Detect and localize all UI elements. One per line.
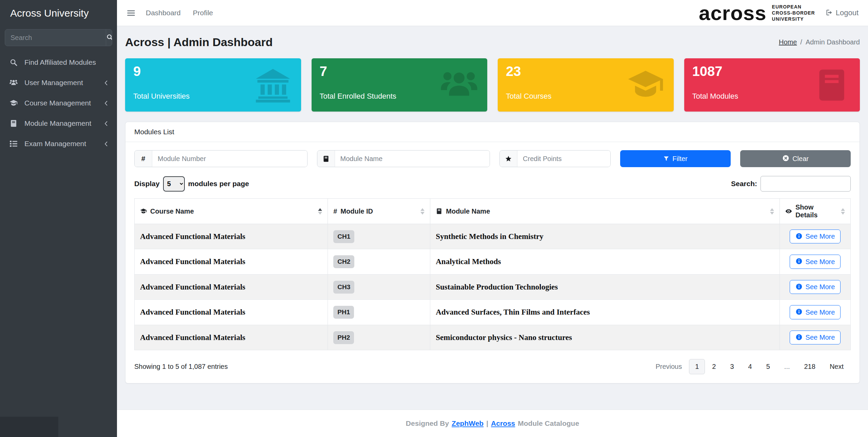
- sidebar-item-label: Course Management: [24, 99, 91, 107]
- nav-link-profile[interactable]: Profile: [193, 9, 213, 17]
- pagination-next[interactable]: Next: [823, 359, 851, 374]
- course-name-cell: Advanced Functional Materials: [135, 325, 328, 350]
- course-name-cell: Advanced Functional Materials: [135, 249, 328, 274]
- star-icon: [500, 151, 517, 167]
- pagination-page-5[interactable]: 5: [759, 359, 777, 374]
- footer-link-zephweb[interactable]: ZephWeb: [452, 419, 484, 428]
- tasks-icon: [8, 140, 19, 148]
- x-circle-icon: [782, 155, 789, 162]
- bank-icon: [254, 66, 292, 104]
- sidebar-nav: Find Affiliated Modules User Management …: [0, 52, 117, 154]
- sidebar-search-input[interactable]: [5, 29, 106, 46]
- graduation-cap-icon: [627, 66, 664, 104]
- module-name-cell: Semiconductor physics - Nano structures: [430, 325, 780, 350]
- top-navbar: Dashboard Profile across EUROPEAN CROSS-…: [117, 0, 868, 26]
- footer-suffix: Module Catalogue: [518, 419, 579, 428]
- pagination-previous[interactable]: Previous: [648, 359, 689, 374]
- module-id-cell: CH1: [328, 224, 430, 249]
- info-circle-icon: [795, 308, 803, 316]
- sidebar-brand-title: Across University: [0, 0, 117, 24]
- breadcrumb-home-link[interactable]: Home: [779, 38, 797, 46]
- info-circle-icon: [795, 258, 803, 265]
- hamburger-menu-icon[interactable]: [126, 8, 136, 18]
- course-name-cell: Advanced Functional Materials: [135, 300, 328, 325]
- credit-points-group: [499, 150, 611, 167]
- module-id-badge: PH1: [333, 306, 354, 319]
- book-icon: [317, 151, 335, 167]
- module-name-cell: Sustainable Production Technologies: [430, 274, 780, 299]
- show-details-cell: See More: [780, 325, 850, 350]
- stat-card-total-modules: 1087 Total Modules: [684, 58, 860, 112]
- search-icon: [8, 58, 19, 66]
- column-header-course-name[interactable]: Course Name: [135, 199, 328, 224]
- sidebar-item-module-management[interactable]: Module Management: [0, 113, 117, 134]
- module-id-cell: PH1: [328, 300, 430, 325]
- logout-button[interactable]: Logout: [825, 8, 859, 17]
- filter-button[interactable]: Filter: [620, 150, 731, 167]
- search-icon: [106, 33, 112, 42]
- per-page-select[interactable]: 5: [163, 176, 185, 192]
- sidebar-footer-block: [0, 417, 58, 437]
- stat-card-total-enrolled-students: 7 Total Enrolled Students: [312, 58, 488, 112]
- logo-wordmark: across: [699, 4, 766, 22]
- modules-list-body: # Filter: [125, 142, 860, 383]
- table-search-input[interactable]: [761, 176, 851, 192]
- module-name-input[interactable]: [335, 151, 490, 167]
- display-suffix: modules per page: [188, 180, 249, 188]
- pagination-page-3[interactable]: 3: [723, 359, 741, 374]
- sidebar-search-button[interactable]: [106, 29, 112, 46]
- table-search: Search:: [731, 176, 851, 192]
- show-details-cell: See More: [780, 224, 850, 249]
- show-details-cell: See More: [780, 274, 850, 299]
- sidebar-item-label: Exam Management: [24, 140, 86, 148]
- sidebar-item-exam-management[interactable]: Exam Management: [0, 134, 117, 154]
- pagination-page-2[interactable]: 2: [705, 359, 723, 374]
- pagination-page-1[interactable]: 1: [689, 359, 705, 374]
- module-id-badge: CH3: [333, 281, 354, 294]
- column-header-module-id[interactable]: # Module ID: [328, 199, 430, 224]
- module-id-badge: CH2: [333, 255, 354, 268]
- main-area: Dashboard Profile across EUROPEAN CROSS-…: [117, 0, 868, 437]
- column-header-module-name[interactable]: Module Name: [430, 199, 780, 224]
- sidebar-item-user-management[interactable]: User Management: [0, 73, 117, 93]
- see-more-button[interactable]: See More: [790, 280, 841, 294]
- eye-icon: [785, 208, 792, 215]
- chevron-left-icon: [103, 100, 110, 106]
- module-number-input[interactable]: [152, 151, 307, 167]
- logout-icon: [825, 8, 833, 17]
- footer-prefix: Designed By: [406, 419, 449, 428]
- see-more-button[interactable]: See More: [790, 305, 841, 319]
- modules-list-card: Modules List #: [125, 122, 860, 383]
- column-header-show-details[interactable]: Show Details: [780, 199, 850, 224]
- module-name-group: [317, 150, 490, 167]
- see-more-button[interactable]: See More: [790, 255, 841, 269]
- sidebar: Across University Find Affiliated Module…: [0, 0, 117, 437]
- nav-link-dashboard[interactable]: Dashboard: [146, 9, 181, 17]
- sidebar-item-find-affiliated-modules[interactable]: Find Affiliated Modules: [0, 52, 117, 73]
- see-more-button[interactable]: See More: [790, 331, 841, 344]
- breadcrumb-current: Admin Dashboard: [806, 38, 860, 46]
- credit-points-input[interactable]: [517, 151, 610, 167]
- search-label: Search:: [731, 180, 757, 188]
- clear-button[interactable]: Clear: [740, 150, 851, 167]
- course-name-cell: Advanced Functional Materials: [135, 274, 328, 299]
- content-area: Across | Admin Dashboard Home / Admin Da…: [117, 26, 868, 410]
- modules-list-title: Modules List: [125, 122, 860, 142]
- across-logo: across EUROPEAN CROSS-BORDER UNIVERSITY: [699, 4, 815, 22]
- graduation-cap-icon: [140, 208, 147, 215]
- graduation-cap-icon: [8, 99, 19, 107]
- table-row: Advanced Functional Materials PH1 Advanc…: [135, 300, 851, 325]
- table-header-row: Course Name # Module ID: [135, 199, 851, 224]
- sidebar-item-label: Module Management: [24, 119, 91, 127]
- sort-icon: [770, 208, 774, 215]
- module-number-group: #: [134, 150, 308, 167]
- chevron-left-icon: [103, 141, 110, 147]
- sidebar-item-course-management[interactable]: Course Management: [0, 93, 117, 113]
- navbar-right: across EUROPEAN CROSS-BORDER UNIVERSITY …: [699, 4, 859, 22]
- pagination-page-4[interactable]: 4: [741, 359, 759, 374]
- footer-link-across[interactable]: Across: [491, 419, 515, 428]
- course-name-cell: Advanced Functional Materials: [135, 224, 328, 249]
- see-more-button[interactable]: See More: [790, 230, 841, 243]
- module-id-cell: CH2: [328, 249, 430, 274]
- pagination-page-218[interactable]: 218: [797, 359, 823, 374]
